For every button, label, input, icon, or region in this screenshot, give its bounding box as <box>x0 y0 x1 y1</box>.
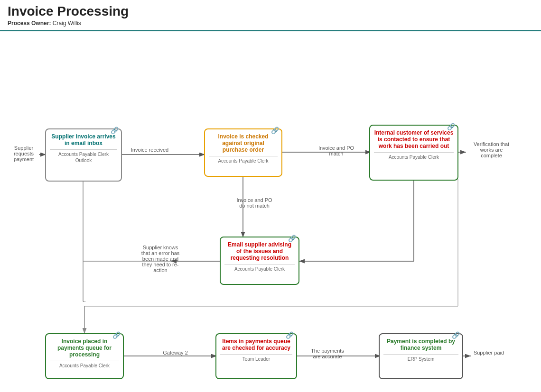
clip-icon-5: 🔗 <box>112 331 119 338</box>
label-supplier-paid: Supplier paid <box>467 350 510 356</box>
box7-role: ERP System <box>383 356 458 362</box>
box4-title: Email supplier advising of the issues an… <box>224 241 295 261</box>
box1-system: Outlook <box>50 158 117 163</box>
box7-title: Payment is completed by finance system <box>383 338 458 351</box>
box6-role: Team Leader <box>220 356 292 362</box>
process-owner: Process Owner: Craig Willis <box>8 20 533 27</box>
box3-role: Accounts Payable Clerk <box>374 155 454 160</box>
box3-title: Internal customer of services is contact… <box>374 129 454 149</box>
label-gateway2: Gateway 2 <box>153 350 198 356</box>
box4-role: Accounts Payable Clerk <box>224 266 295 272</box>
clip-icon-2: 🔗 <box>271 127 278 133</box>
label-verification: Verification that works are complete <box>464 141 519 158</box>
label-supplier-requests: Supplier requests payment <box>5 145 43 162</box>
clip-icon-4: 🔗 <box>288 235 295 241</box>
label-po-match: Invoice and PO match <box>311 145 361 156</box>
clip-icon-1: 🔗 <box>111 127 117 133</box>
label-no-match: Invoice and PO do not match <box>226 197 283 209</box>
box6-title: Items in payments queue are checked for … <box>220 338 292 351</box>
clip-icon-3: 🔗 <box>447 123 454 129</box>
box5-title: Invoice placed in payments queue for pro… <box>50 338 119 358</box>
box-email-supplier: 🔗 Email supplier advising of the issues … <box>220 237 299 285</box>
process-canvas: Supplier requests payment Invoice receiv… <box>0 31 541 392</box>
label-invoice-received: Invoice received <box>125 147 175 153</box>
box2-title: Invoice is checked against original purc… <box>209 133 278 153</box>
label-supplier-error: Supplier knows that an error has been ma… <box>127 245 194 273</box>
box-payment-complete: 🔗 Payment is completed by finance system… <box>379 333 463 379</box>
box1-title: Supplier invoice arrives in email inbox <box>50 133 117 146</box>
label-payments-accurate: The payments are accurate <box>301 348 354 359</box>
header: Invoice Processing Process Owner: Craig … <box>0 0 541 28</box>
clip-icon-7: 🔗 <box>452 331 458 338</box>
box5-role: Accounts Payable Clerk <box>50 363 119 368</box>
box2-role: Accounts Payable Clerk <box>209 158 278 164</box>
clip-icon-6: 🔗 <box>286 331 292 338</box>
page-title: Invoice Processing <box>8 4 533 19</box>
box-queue-accuracy: 🔗 Items in payments queue are checked fo… <box>215 333 297 379</box>
box1-role: Accounts Payable Clerk <box>50 152 117 157</box>
box-supplier-invoice: 🔗 Supplier invoice arrives in email inbo… <box>45 128 122 182</box>
box-internal-customer: 🔗 Internal customer of services is conta… <box>369 125 458 181</box>
box-payments-queue: 🔗 Invoice placed in payments queue for p… <box>45 333 124 379</box>
box-invoice-check: 🔗 Invoice is checked against original pu… <box>204 128 282 177</box>
